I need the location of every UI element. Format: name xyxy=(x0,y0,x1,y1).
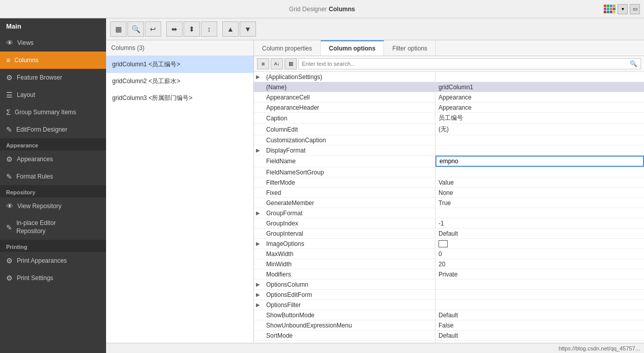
tab-bar: Column properties Column options Filter … xyxy=(254,40,644,56)
sidebar-item-format-rules[interactable]: ✎ Format Rules xyxy=(0,168,106,185)
sidebar-item-print-appearances[interactable]: ⚙ Print Appearances xyxy=(0,252,106,269)
sidebar-item-columns-label: Columns xyxy=(14,57,38,64)
move-up-btn[interactable]: ▲ xyxy=(222,21,239,37)
column-item-2[interactable]: gridColumn2 <员工薪水> xyxy=(106,73,253,90)
expand-groupformat[interactable]: ▶ xyxy=(254,208,262,218)
prop-row-customizationcaption: CustomizationCaption xyxy=(254,135,644,145)
sidebar-item-columns[interactable]: ≡ Columns xyxy=(0,52,106,69)
prop-name-fixed: Fixed xyxy=(262,188,435,197)
layout-icon: ☰ xyxy=(6,91,13,99)
go-back-btn[interactable]: ↩ xyxy=(145,21,161,37)
expand-optionscolumn[interactable]: ▶ xyxy=(254,280,262,289)
prop-value-caption[interactable]: 员工编号 xyxy=(435,113,644,123)
fieldname-input[interactable] xyxy=(440,158,640,165)
sidebar-item-group-summary-label: Group Summary Items xyxy=(15,109,76,116)
prop-value-modifiers[interactable]: Private xyxy=(435,269,644,279)
title-bar: Grid Designer Columns ▾ ▭ xyxy=(0,0,644,18)
prop-row-groupindex: GroupIndex -1 xyxy=(254,218,644,229)
expand-generatemember xyxy=(254,198,262,208)
tab-filter-options[interactable]: Filter options xyxy=(384,40,436,56)
appearances-icon: ⚙ xyxy=(6,155,13,163)
views-icon: 👁 xyxy=(6,39,13,47)
prop-value-fieldnamesortgroup[interactable] xyxy=(435,167,644,177)
prop-toolbar-btn1[interactable]: ≡ xyxy=(257,58,269,69)
prop-value-filtermode[interactable]: Value xyxy=(435,178,644,187)
search-btn[interactable]: 🔍 xyxy=(127,21,144,37)
prop-row-fieldnamesortgroup: FieldNameSortGroup xyxy=(254,167,644,178)
prop-value-columnedit[interactable]: (无) xyxy=(435,124,644,135)
prop-value-showbuttonmode[interactable]: Default xyxy=(435,310,644,320)
sidebar-item-inplace-editor[interactable]: ✎ In-place EditorRepository xyxy=(0,215,106,240)
prop-value-appearanceheader[interactable]: Appearance xyxy=(435,103,644,112)
prop-value-fieldname[interactable] xyxy=(435,156,644,167)
image-options-box xyxy=(439,240,448,247)
print-appearances-icon: ⚙ xyxy=(6,257,13,265)
expand-optionsfilter[interactable]: ▶ xyxy=(254,300,262,310)
sidebar-item-appearances[interactable]: ⚙ Appearances xyxy=(0,150,106,168)
prop-value-imageoptions[interactable] xyxy=(435,239,644,248)
expand-modifiers xyxy=(254,269,262,279)
tab-column-properties[interactable]: Column properties xyxy=(254,40,321,56)
prop-row-appearancecell: AppearanceCell Appearance xyxy=(254,92,644,103)
restore-btn[interactable]: ▭ xyxy=(630,4,640,14)
prop-row-displayformat: ▶ DisplayFormat xyxy=(254,145,644,156)
prop-toolbar-btn2[interactable]: A↓ xyxy=(271,58,283,69)
expand-displayformat[interactable]: ▶ xyxy=(254,145,262,155)
prop-value-fixed[interactable]: None xyxy=(435,188,644,197)
status-text: https://blog.csdn.net/qq_45757... xyxy=(558,345,640,351)
sidebar-item-views[interactable]: 👁 Views xyxy=(0,34,106,52)
prop-value-groupindex[interactable]: -1 xyxy=(435,218,644,228)
sidebar-item-layout[interactable]: ☰ Layout xyxy=(0,86,106,104)
prop-name-groupformat: GroupFormat xyxy=(262,208,435,218)
move-down-btn[interactable]: ▼ xyxy=(240,21,256,37)
prop-value-customizationcaption[interactable] xyxy=(435,135,644,145)
sidebar-item-view-repo-label: View Repository xyxy=(17,203,61,210)
prop-value-maxwidth[interactable]: 0 xyxy=(435,249,644,259)
prop-name-groupinterval: GroupInterval xyxy=(262,229,435,238)
dropdown-btn[interactable]: ▾ xyxy=(617,4,628,14)
expand-maxwidth xyxy=(254,249,262,259)
sidebar-item-print-settings[interactable]: ⚙ Print Settings xyxy=(0,269,106,287)
expand-imageoptions[interactable]: ▶ xyxy=(254,239,262,248)
align-left-btn[interactable]: ⬌ xyxy=(166,21,183,37)
new-column-btn[interactable]: ▦ xyxy=(110,21,126,37)
prop-value-showunboundexpressionmenu[interactable]: False xyxy=(435,320,644,330)
column-item-1[interactable]: gridColumn1 <员工编号> xyxy=(106,56,253,73)
color-grid-icon[interactable] xyxy=(604,5,615,13)
prop-row-optionscolumn: ▶ OptionsColumn xyxy=(254,280,644,290)
sidebar: Main 👁 Views ≡ Columns ⚙ Feature Browser… xyxy=(0,18,106,353)
prop-name-columnedit: ColumnEdit xyxy=(262,124,435,135)
expand-applicationsettings[interactable]: ▶ xyxy=(254,72,262,82)
format-rules-icon: ✎ xyxy=(6,172,12,181)
prop-row-applicationsettings: ▶ (ApplicationSettings) xyxy=(254,72,644,82)
expand-optionseditform[interactable]: ▶ xyxy=(254,290,262,299)
prop-row-filtermode: FilterMode Value xyxy=(254,178,644,188)
search-input[interactable] xyxy=(302,61,630,67)
prop-value-sortmode[interactable]: Default xyxy=(435,331,644,340)
prop-value-appearancecell[interactable]: Appearance xyxy=(435,92,644,102)
tab-column-options[interactable]: Column options xyxy=(321,40,384,56)
prop-value-generatemember[interactable]: True xyxy=(435,198,644,208)
prop-value-optionseditform xyxy=(435,290,644,299)
sidebar-item-editform[interactable]: ✎ EditForm Designer xyxy=(0,121,106,138)
prop-row-optionseditform: ▶ OptionsEditForm xyxy=(254,290,644,300)
prop-value-groupinterval[interactable]: Default xyxy=(435,229,644,238)
align-right-btn[interactable]: ↕ xyxy=(201,21,217,37)
printing-section-label: Printing xyxy=(0,240,106,252)
prop-toolbar-btn3[interactable]: ⊞ xyxy=(285,58,297,69)
sidebar-item-view-repository[interactable]: 👁 View Repository xyxy=(0,197,106,215)
search-icon: 🔍 xyxy=(630,60,637,67)
editform-icon: ✎ xyxy=(6,125,12,134)
prop-value-name[interactable]: gridColumn1 xyxy=(435,82,644,92)
prop-value-minwidth[interactable]: 20 xyxy=(435,259,644,269)
column-item-3[interactable]: gridColumn3 <所属部门编号> xyxy=(106,90,253,107)
sidebar-item-feature-browser[interactable]: ⚙ Feature Browser xyxy=(0,69,106,86)
sidebar-item-group-summary[interactable]: Σ Group Summary Items xyxy=(0,104,106,121)
content-area: ▦ 🔍 ↩ ⬌ ⬍ ↕ ▲ ▼ Columns (3) gridColumn1 … xyxy=(106,18,644,353)
prop-row-showunboundexpressionmenu: ShowUnboundExpressionMenu False xyxy=(254,320,644,331)
prop-row-maxwidth: MaxWidth 0 xyxy=(254,249,644,259)
sidebar-item-views-label: Views xyxy=(17,39,34,46)
prop-value-optionscolumn xyxy=(435,280,644,289)
search-box: 🔍 xyxy=(298,58,641,69)
align-center-btn[interactable]: ⬍ xyxy=(184,21,200,37)
